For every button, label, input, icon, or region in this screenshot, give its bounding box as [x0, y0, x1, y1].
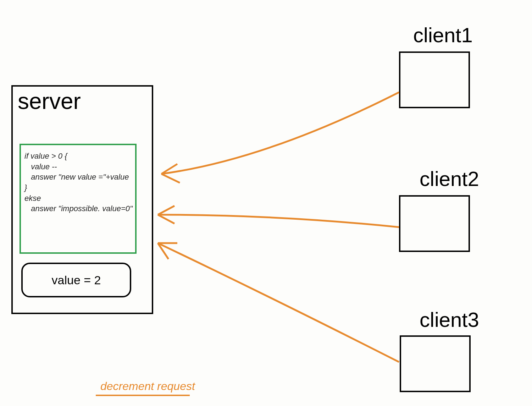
client3-label: client3	[420, 308, 479, 331]
client2-box	[399, 195, 470, 252]
arrow-client3-head	[158, 243, 177, 259]
arrow-client3	[158, 243, 399, 362]
legend-label: decrement request	[100, 380, 195, 393]
arrow-client1-head	[161, 164, 180, 183]
client2-label: client2	[420, 167, 479, 191]
arrow-client2	[158, 215, 399, 227]
server-value-box: value = 2	[21, 263, 131, 297]
server-code-box: if value > 0 { value -- answer "new valu…	[20, 144, 137, 254]
server-title: server	[18, 88, 81, 114]
client1-label: client1	[413, 23, 473, 47]
client3-box	[400, 335, 471, 392]
arrow-client1	[161, 92, 399, 174]
arrow-client2-head	[158, 206, 174, 224]
server-value-label: value = 2	[52, 273, 101, 287]
client1-box	[399, 51, 470, 108]
legend-line	[96, 395, 190, 396]
